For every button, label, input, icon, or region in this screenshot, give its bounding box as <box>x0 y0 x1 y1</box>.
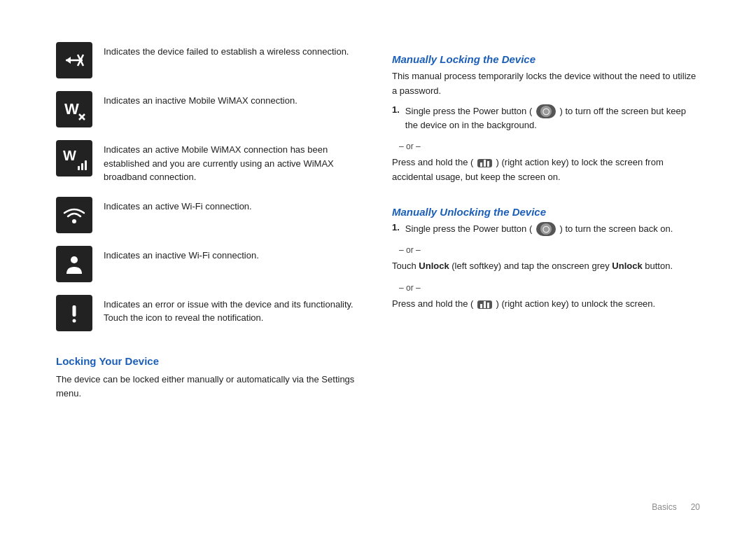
action-key-icon-2 <box>477 300 492 309</box>
bar6 <box>487 303 489 308</box>
step1-text: Single press the Power button ( ◯ ) to t… <box>405 104 700 134</box>
manually-locking-heading: Manually Locking the Device <box>392 53 700 65</box>
locking-section: Locking Your Device The device can be lo… <box>56 349 364 408</box>
action-key-icon-1 <box>477 159 492 167</box>
manually-locking-desc: This manual process temporarily locks th… <box>392 69 700 99</box>
footer: Basics 20 <box>56 495 700 512</box>
bar4 <box>480 304 482 308</box>
power-button-icon-2: ◯ <box>536 222 556 236</box>
unlock-step1-text: Single press the Power button ( ◯ ) to t… <box>405 222 673 237</box>
active-wimax-icon: W <box>56 140 92 176</box>
svg-point-15 <box>72 219 76 223</box>
right-column: Manually Locking the Device This manual … <box>392 42 700 495</box>
icon-row-inactive-wifi: Indicates an inactive Wi-Fi connection. <box>56 246 364 282</box>
icon-row-failed-wireless: Indicates the device failed to establish… <box>56 42 364 78</box>
icon-row-error: Indicates an error or issue with the dev… <box>56 295 364 331</box>
error-desc: Indicates an error or issue with the dev… <box>104 295 364 325</box>
unlock-step1-num: 1. <box>392 222 400 237</box>
inactive-wimax-desc: Indicates an inactive Mobile WiMAX conne… <box>104 91 298 108</box>
step1-num: 1. <box>392 104 400 134</box>
locking-step1: 1. Single press the Power button ( ◯ ) t… <box>392 104 700 134</box>
bar1 <box>480 162 482 167</box>
content-area: Indicates the device failed to establish… <box>56 42 700 495</box>
svg-rect-21 <box>73 305 76 317</box>
svg-point-20 <box>73 319 76 322</box>
inactive-wifi-desc: Indicates an inactive Wi-Fi connection. <box>104 246 259 263</box>
svg-rect-13 <box>85 160 87 170</box>
svg-rect-12 <box>81 163 83 170</box>
svg-rect-11 <box>78 166 80 170</box>
power-circle: ◯ <box>540 106 552 117</box>
unlock-bold-1: Unlock <box>419 261 449 271</box>
svg-rect-14 <box>61 202 88 228</box>
svg-text:W: W <box>63 148 76 163</box>
locking-heading: Locking Your Device <box>56 355 364 367</box>
bar3 <box>487 161 489 167</box>
page: Indicates the device failed to establish… <box>0 0 756 540</box>
active-wimax-desc: Indicates an active Mobile WiMAX connect… <box>104 140 364 184</box>
footer-section: Basics <box>652 502 676 512</box>
or-line-2: – or – <box>392 245 700 255</box>
power-circle-2: ◯ <box>540 223 552 235</box>
step1b-text: Press and hold the ( ) (right action key… <box>392 155 700 185</box>
bar5 <box>484 301 486 308</box>
bar2 <box>484 160 486 167</box>
inactive-wimax-icon: W <box>56 91 92 127</box>
failed-wireless-icon <box>56 42 92 78</box>
svg-point-18 <box>71 256 78 263</box>
action-key-bars-2 <box>480 301 489 308</box>
svg-text:W: W <box>64 100 79 118</box>
icon-row-active-wimax: W Indicates an active Mobile WiMAX conne… <box>56 140 364 184</box>
failed-wireless-desc: Indicates the device failed to establish… <box>104 42 349 59</box>
left-column: Indicates the device failed to establish… <box>56 42 364 495</box>
or-line-3: – or – <box>392 283 700 293</box>
inactive-wifi-icon <box>56 246 92 282</box>
active-wifi-desc: Indicates an active Wi-Fi connection. <box>104 197 252 214</box>
or-line-1: – or – <box>392 141 700 151</box>
icon-row-inactive-wimax: W Indicates an inactive Mobile WiMAX con… <box>56 91 364 127</box>
active-wifi-icon <box>56 197 92 233</box>
icon-row-active-wifi: Indicates an active Wi-Fi connection. <box>56 197 364 233</box>
power-button-icon: ◯ <box>536 104 556 118</box>
locking-desc: The device can be locked either manually… <box>56 373 364 402</box>
unlock-step3-text: Press and hold the ( ) (right action key… <box>392 297 700 312</box>
footer-page: 20 <box>691 502 700 512</box>
manually-unlocking-heading: Manually Unlocking the Device <box>392 206 700 218</box>
unlock-bold-2: Unlock <box>612 261 642 271</box>
error-icon <box>56 295 92 331</box>
unlocking-step1: 1. Single press the Power button ( ◯ ) t… <box>392 222 700 237</box>
unlock-step2-text: Touch Unlock (left softkey) and tap the … <box>392 259 700 274</box>
action-key-bars-1 <box>480 160 489 167</box>
